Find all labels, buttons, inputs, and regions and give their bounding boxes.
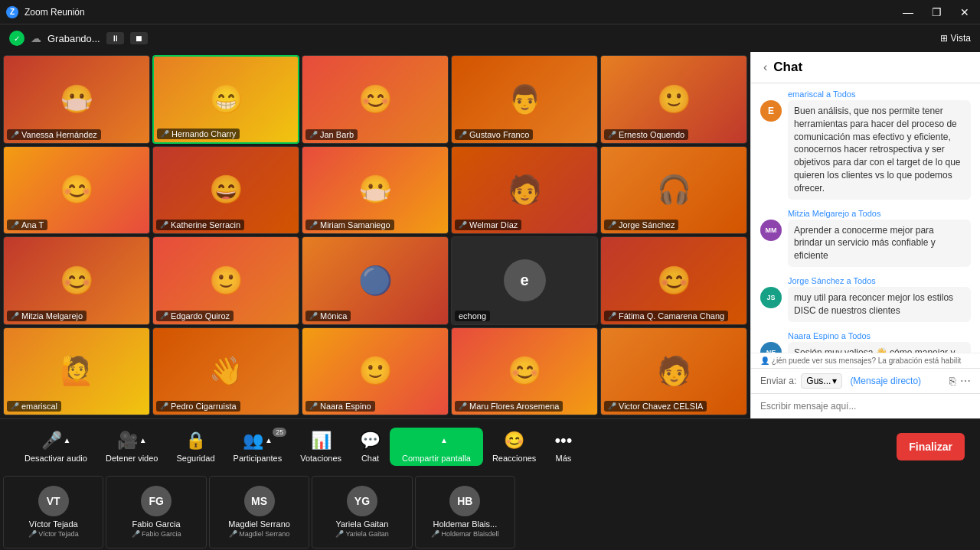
more-icon[interactable]: ⋯ [960,375,971,387]
close-button[interactable]: ✕ [956,5,974,20]
participant-name-naara: 🎤 Naara Espino [305,401,375,412]
video-cell-naara: 🙂 🎤 Naara Espino [302,327,449,416]
send-to-dropdown[interactable]: Gus... ▾ [801,373,842,389]
mic-magdiel: 🎤 Magdiel Serrano [229,530,290,538]
chat-toolbar-label: Chat [361,454,379,463]
chat-sender-3: Jorge Sánchez a Todos [788,276,971,285]
recording-text: Grabando... [47,33,100,44]
mic-icon: 🎤 [160,402,168,410]
participant-name-jan: 🎤 Jan Barb [305,129,358,140]
avatar-magdiel: MS [244,486,275,516]
chat-input-area[interactable] [751,393,980,418]
mic-toolbar-icon: 🎤 [41,431,62,451]
participants-chevron: ▲ [265,436,273,444]
chat-action-icons: ⎘ ⋯ [949,375,971,387]
chat-avatar-emariscal: E [760,100,782,122]
video-grid: 😷 🎤 Vanessa Hernández 😁 🎤 Hernando Charr… [0,52,750,418]
bottom-toolbar: 🎤 ▲ Desactivar audio 🎥 ▲ Detener video 🔒… [0,418,980,474]
chat-sender-1: emariscal a Todos [788,89,971,99]
mic-icon: 🎤 [160,221,168,229]
mic-icon: 🎤 [161,130,169,138]
recording-bar: ✓ ☁ Grabando... ⏸ ⏹ ⊞ Vista [0,24,980,52]
window-controls[interactable]: — ❐ ✕ [898,5,974,20]
chat-messages: E emariscal a Todos Buen análisis, que n… [751,83,980,353]
security-icon: 🔒 [185,431,206,451]
view-button[interactable]: ⊞ Vista [940,33,971,44]
mic-icon: 🎤 [608,402,616,410]
video-cell-echong: e echong [451,236,598,325]
chat-message-3: JS Jorge Sánchez a Todos muy util para r… [760,276,971,322]
video-cell-katherine: 😄 🎤 Katherine Serracin [152,146,299,235]
participant-name-welmar: 🎤 Welmar Díaz [455,220,521,230]
share-icon: ⬆ [425,431,439,451]
toolbar-item-chat[interactable]: 💬 Chat [351,428,390,466]
avatar-holdemar: HB [449,486,480,516]
recording-controls[interactable]: ⏸ ⏹ [106,32,148,44]
participant-name-miriam: 🎤 Miriam Samaniego [305,220,394,230]
name-yariela: Yariela Gaitan [335,519,388,529]
toolbar-item-audio[interactable]: 🎤 ▲ Desactivar audio [15,428,96,466]
toolbar-item-video[interactable]: 🎥 ▲ Detener video [96,428,168,466]
participant-name-echong: echong [455,311,490,321]
back-icon[interactable]: ‹ [763,60,767,74]
video-cell-pedro: 👋 🎤 Pedro Cigarruista [152,327,299,416]
toolbar-item-security[interactable]: 🔒 Seguridad [167,428,224,466]
mic-icon: 🎤 [11,402,19,410]
no-video-cell-yariela: YG Yariela Gaitan 🎤 Yariela Gaitan [312,476,412,548]
toolbar-share-row: ⬆ ▲ [425,431,448,451]
stop-recording-button[interactable]: ⏹ [130,32,148,44]
toolbar-video-row: 🎥 ▲ [117,431,147,451]
participant-name-gustavo: 🎤 Gustavo Franco [455,129,533,140]
chat-input[interactable] [760,401,971,412]
title-bar: Z Zoom Reunión — ❐ ✕ [0,0,980,24]
name-fabio: Fabio Garcia [132,519,181,529]
toolbar-item-voting[interactable]: 📊 Votaciones [291,428,351,466]
mic-icon: 🎤 [459,402,467,410]
maximize-button[interactable]: ❐ [927,5,946,20]
toolbar-item-reactions[interactable]: 😊 Reacciones [483,428,545,466]
no-video-cell-magdiel: MS Magdiel Serrano 🎤 Magdiel Serrano [209,476,309,548]
toolbar-item-participants[interactable]: 👥 25 ▲ Participantes [224,428,292,466]
video-cell-hernando: 😁 🎤 Hernando Charry [152,55,299,144]
mic-icon: 🎤 [309,131,318,138]
chat-sender-4: Naara Espino a Todos [788,331,971,340]
chat-message-4: NE Naara Espino a Todos Sesión muy valio… [760,331,971,353]
shield-icon: ✓ [9,31,24,46]
participant-name-ana: 🎤 Ana T [7,220,47,230]
voting-label: Votaciones [300,454,341,463]
send-to-value: Gus... [806,376,831,386]
participant-avatar-echong: e [504,259,546,301]
cloud-icon: ☁ [31,32,41,44]
pause-recording-button[interactable]: ⏸ [106,32,124,44]
name-holdemar: Holdemar Blais... [433,519,497,529]
video-cell-maru: 😊 🎤 Maru Flores Arosemena [451,327,598,416]
toolbar-items: 🎤 ▲ Desactivar audio 🎥 ▲ Detener video 🔒… [15,428,897,466]
voting-icon: 📊 [311,431,332,451]
end-meeting-button[interactable]: Finalizar [897,433,965,461]
more-toolbar-icon: ••• [554,431,572,451]
video-cell-ana: 😊 🎤 Ana T [3,146,150,235]
chevron-down-icon: ▾ [832,376,837,386]
toolbar-item-more[interactable]: ••• Más [545,428,581,466]
window-title: Zoom Reunión [24,7,85,18]
video-cell-jan: 😊 🎤 Jan Barb [302,55,449,144]
copy-icon[interactable]: ⎘ [949,375,956,387]
name-victor-tejada: Víctor Tejada [29,519,78,529]
mic-victor-tejada: 🎤 Víctor Tejada [28,530,79,538]
mic-icon: 🎤 [309,312,318,320]
video-cell-edgardo: 🙂 🎤 Edgardo Quiroz [152,236,299,325]
toolbar-audio-row: 🎤 ▲ [41,431,71,451]
toolbar-item-share[interactable]: ⬆ ▲ Compartir pantalla [390,428,483,466]
mic-icon: 🎤 [11,131,19,138]
mic-icon: 🎤 [608,221,616,229]
participant-name-pedro: 🎤 Pedro Cigarruista [156,401,240,412]
video-cell-monica: 🔵 🎤 Mónica [302,236,449,325]
share-label: Compartir pantalla [402,454,471,463]
privacy-icon: 👤 [760,356,769,365]
chat-message-2: MM Mitzia Melgarejo a Todos Aprender a c… [760,209,971,267]
chat-toolbar-icon: 💬 [360,431,381,451]
minimize-button[interactable]: — [898,5,918,20]
participant-name-emariscal: 🎤 emariscal [7,401,61,412]
no-video-cell-fabio: FG Fabio Garcia 🎤 Fabio Garcia [106,476,206,548]
main-content: 😷 🎤 Vanessa Hernández 😁 🎤 Hernando Charr… [0,52,980,418]
